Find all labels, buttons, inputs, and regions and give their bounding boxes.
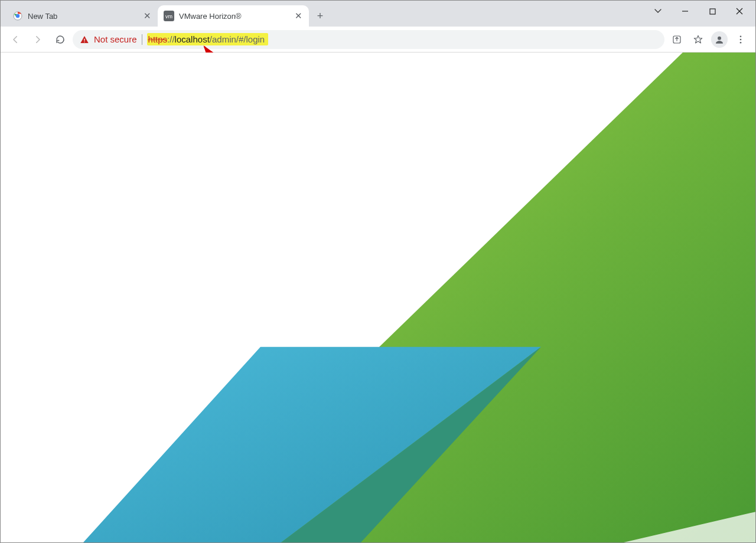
profile-avatar[interactable] — [709, 30, 729, 50]
page-content — [1, 53, 755, 542]
browser-toolbar: Not secure https://localhost/admin/#/log… — [1, 27, 755, 53]
not-secure-label: Not secure — [94, 34, 137, 44]
svg-rect-9 — [84, 41, 84, 42]
tab-vmware-horizon[interactable]: vm VMware Horizon® ✕ — [158, 5, 309, 27]
chrome-favicon-icon — [12, 11, 23, 21]
svg-text:vm: vm — [165, 14, 172, 19]
maximize-button[interactable] — [699, 2, 726, 20]
reload-button[interactable] — [50, 30, 70, 50]
url-host: localhost — [175, 34, 210, 44]
back-button[interactable] — [5, 30, 25, 50]
url-separator: :// — [167, 34, 175, 44]
plus-icon: + — [317, 10, 324, 22]
tab-strip: New Tab ✕ vm VMware Horizon® ✕ + — [1, 1, 755, 27]
svg-point-13 — [740, 38, 742, 40]
background-graphic — [1, 53, 755, 542]
vmware-favicon-icon: vm — [164, 11, 174, 21]
svg-rect-5 — [710, 9, 715, 14]
address-bar[interactable]: Not secure https://localhost/admin/#/log… — [73, 30, 664, 49]
close-icon[interactable]: ✕ — [294, 11, 303, 21]
bookmark-star-icon[interactable] — [688, 30, 708, 50]
svg-rect-8 — [84, 38, 84, 40]
tab-new-tab[interactable]: New Tab ✕ — [6, 5, 158, 27]
tab-title: VMware Horizon® — [179, 12, 289, 21]
window-controls — [644, 1, 753, 22]
minimize-button[interactable] — [672, 2, 699, 20]
svg-point-1 — [16, 14, 19, 18]
tab-title: New Tab — [28, 12, 138, 21]
person-icon — [711, 31, 728, 48]
tabsearch-button[interactable] — [644, 2, 672, 20]
window-close-button[interactable] — [726, 2, 753, 20]
svg-point-12 — [740, 35, 742, 37]
forward-button[interactable] — [28, 30, 48, 50]
close-icon[interactable]: ✕ — [142, 11, 152, 21]
new-tab-button[interactable]: + — [311, 7, 329, 25]
toolbar-right — [667, 30, 751, 50]
warning-icon — [80, 35, 89, 44]
svg-point-14 — [740, 41, 742, 43]
kebab-menu-icon[interactable] — [731, 30, 751, 50]
share-icon[interactable] — [667, 30, 687, 50]
url-scheme: https — [148, 34, 168, 44]
url-text: https://localhost/admin/#/login — [147, 33, 269, 45]
url-path: /admin/#/login — [210, 34, 265, 44]
separator — [142, 34, 142, 45]
svg-point-11 — [718, 36, 721, 40]
